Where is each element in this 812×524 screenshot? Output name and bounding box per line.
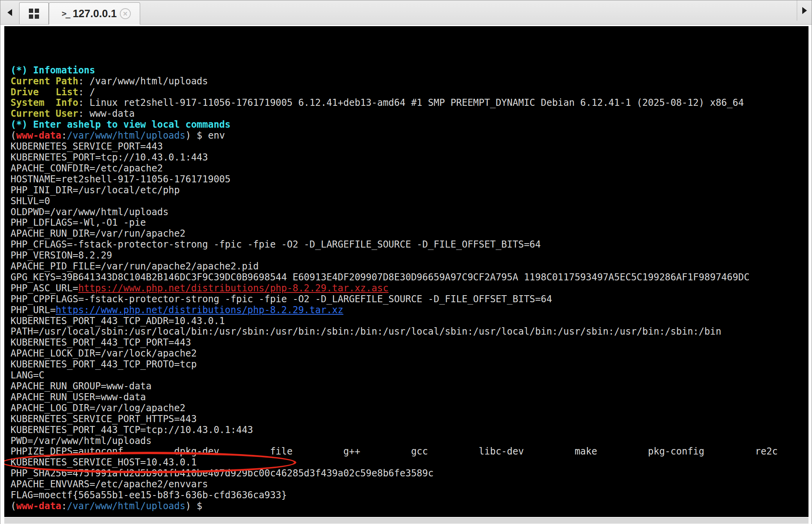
- terminal-text: : www-data: [78, 108, 135, 119]
- chevron-right-icon: [802, 7, 807, 14]
- terminal-text: APACHE_ENVVARS=/etc/apache2/envvars: [11, 479, 208, 490]
- terminal-line: APACHE_LOG_DIR=/var/log/apache2: [11, 403, 808, 414]
- terminal-text: APACHE_CONFDIR=/etc/apache2: [11, 163, 163, 174]
- terminal-line: HOSTNAME=ret2shell-917-11056-1761719005: [11, 174, 808, 185]
- terminal-text: HOSTNAME=ret2shell-917-11056-1761719005: [11, 174, 231, 185]
- terminal-text: KUBERNETES_SERVICE_PORT_HTTPS=443: [11, 413, 197, 424]
- terminal-line: PWD=/var/www/html/uploads: [11, 436, 808, 447]
- terminal-text: PATH=/usr/local/sbin:/usr/local/bin:/usr…: [11, 326, 721, 337]
- terminal-line: KUBERNETES_SERVICE_PORT_HTTPS=443: [11, 414, 808, 425]
- terminal-text: PHPIZE_DEPS=autoconf dpkg-dev file g++ g…: [11, 446, 778, 457]
- terminal-text: KUBERNETES_SERVICE_HOST=10.43.0.1: [11, 457, 197, 468]
- terminal-text: www-data: [16, 501, 61, 512]
- terminal-text: (*) Infomations: [11, 65, 95, 76]
- terminal-text: : /: [78, 87, 95, 98]
- env-url-link[interactable]: https://www.php.net/distributions/php-8.…: [78, 283, 388, 294]
- terminal-line: APACHE_CONFDIR=/etc/apache2: [11, 163, 808, 174]
- terminal-text: Drive List: [11, 87, 78, 98]
- close-icon: ×: [123, 10, 128, 18]
- terminal-text: GPG_KEYS=39B641343D8C104B2B146DC3F9C39DC…: [11, 272, 750, 283]
- terminal-output[interactable]: (*) InfomationsCurrent Path: /var/www/ht…: [4, 26, 808, 517]
- scroll-tabs-left-button[interactable]: [0, 0, 19, 25]
- terminal-text: KUBERNETES_PORT_443_TCP_ADDR=10.43.0.1: [11, 315, 225, 326]
- terminal-text: ) $: [185, 501, 202, 512]
- bottom-scrollbar[interactable]: [4, 518, 808, 524]
- terminal-line: System Info: Linux ret2shell-917-11056-1…: [11, 98, 808, 109]
- terminal-text: APACHE_PID_FILE=/var/run/apache2/apache2…: [11, 261, 259, 272]
- terminal-line: (*) Enter ashelp to view local commands: [11, 119, 808, 130]
- tab-overview-button[interactable]: [19, 2, 49, 24]
- tab-127-0-0-1[interactable]: >_ 127.0.0.1 ×: [49, 2, 140, 25]
- terminal-text: ) $ env: [185, 130, 225, 141]
- terminal-line: APACHE_RUN_USER=www-data: [11, 392, 808, 403]
- terminal-text: (: [11, 130, 16, 141]
- terminal-line: GPG_KEYS=39B641343D8C104B2B146DC3F9C39DC…: [11, 272, 808, 283]
- terminal-line: Current Path: /var/www/html/uploads: [11, 76, 808, 87]
- browser-window: >_ 127.0.0.1 × (*) InfomationsCurrent Pa…: [0, 0, 812, 524]
- terminal-line: PHP_INI_DIR=/usr/local/etc/php: [11, 185, 808, 196]
- terminal-text: : Linux ret2shell-917-11056-1761719005 6…: [78, 97, 744, 108]
- flag-line: FLAG=moectf{565a55b1-ee15-b8f3-636b-cfd3…: [11, 490, 808, 501]
- tab-title: 127.0.0.1: [73, 8, 117, 20]
- terminal-line: KUBERNETES_PORT_443_TCP_PROTO=tcp: [11, 359, 808, 370]
- terminal-line: PHP_URL=https://www.php.net/distribution…: [11, 305, 808, 316]
- terminal-text: PHP_LDFLAGS=-Wl,-O1 -pie: [11, 217, 146, 228]
- terminal-text: APACHE_RUN_GROUP=www-data: [11, 381, 151, 392]
- env-url-link[interactable]: https://www.php.net/distributions/php-8.…: [56, 305, 344, 315]
- terminal-text: Current User: [11, 108, 78, 119]
- terminal-line: KUBERNETES_SERVICE_PORT=443: [11, 141, 808, 152]
- terminal-text: KUBERNETES_PORT_443_TCP_PORT=443: [11, 337, 191, 348]
- terminal-text: APACHE_LOG_DIR=/var/log/apache2: [11, 403, 185, 413]
- terminal-text: LANG=C: [11, 370, 45, 381]
- page-content: (*) InfomationsCurrent Path: /var/www/ht…: [0, 25, 812, 524]
- terminal-text: /var/www/html/uploads: [67, 501, 185, 512]
- terminal-line: APACHE_LOCK_DIR=/var/lock/apache2: [11, 348, 808, 359]
- terminal-line: PHP_CPPFLAGS=-fstack-protector-strong -f…: [11, 294, 808, 305]
- terminal-text: : /var/www/html/uploads: [78, 76, 208, 87]
- terminal-text: (*) Enter ashelp to view local commands: [11, 119, 231, 130]
- terminal-text: APACHE_RUN_DIR=/var/run/apache2: [11, 228, 185, 239]
- terminal-line: (*) Infomations: [11, 65, 808, 76]
- terminal-text: KUBERNETES_PORT=tcp://10.43.0.1:443: [11, 152, 208, 163]
- terminal-text: www-data: [16, 130, 61, 141]
- terminal-text: System Info: [11, 97, 78, 108]
- terminal-line: PHP_VERSION=8.2.29: [11, 250, 808, 261]
- terminal-line: PHPIZE_DEPS=autoconf dpkg-dev file g++ g…: [11, 446, 808, 457]
- terminal-line: PHP_SHA256=475f991afd2d5b901fb410be407d9…: [11, 468, 808, 479]
- terminal-text: APACHE_RUN_USER=www-data: [11, 392, 146, 403]
- terminal-text: (: [11, 501, 16, 512]
- terminal-line: SHLVL=0: [11, 196, 808, 207]
- terminal-text: :: [61, 130, 67, 141]
- terminal-text: PHP_CFLAGS=-fstack-protector-strong -fpi…: [11, 239, 541, 250]
- screen: { "window": { "tab_bar": { "scroll_left_…: [0, 0, 812, 524]
- terminal-text: /var/www/html/uploads: [67, 130, 185, 141]
- terminal-prompt-icon: >_: [62, 9, 69, 18]
- terminal-line: APACHE_RUN_GROUP=www-data: [11, 381, 808, 392]
- terminal-text: PHP_URL=: [11, 305, 56, 315]
- prompt-line-env: (www-data:/var/www/html/uploads) $ env: [11, 130, 808, 141]
- terminal-text: PHP_SHA256=475f991afd2d5b901fb410be407d9…: [11, 468, 434, 479]
- tab-close-button[interactable]: ×: [120, 8, 131, 19]
- terminal-line: APACHE_PID_FILE=/var/run/apache2/apache2…: [11, 261, 808, 272]
- terminal-text: KUBERNETES_PORT_443_TCP_PROTO=tcp: [11, 359, 197, 370]
- terminal-line: LANG=C: [11, 370, 808, 381]
- tab-bar-spacer: [140, 0, 797, 21]
- terminal-line: KUBERNETES_PORT=tcp://10.43.0.1:443: [11, 152, 808, 163]
- scroll-tabs-right-button[interactable]: [797, 0, 812, 21]
- terminal-line: KUBERNETES_PORT_443_TCP=tcp://10.43.0.1:…: [11, 425, 808, 436]
- terminal-line: KUBERNETES_PORT_443_TCP_PORT=443: [11, 337, 808, 348]
- terminal-line: PATH=/usr/local/sbin:/usr/local/bin:/usr…: [11, 326, 808, 337]
- terminal-text: KUBERNETES_PORT_443_TCP=tcp://10.43.0.1:…: [11, 424, 253, 435]
- terminal-text: Current Path: [11, 76, 78, 87]
- terminal-text: PHP_ASC_URL=: [11, 283, 78, 294]
- terminal-text: PWD=/var/www/html/uploads: [11, 435, 151, 446]
- terminal-line: Current User: www-data: [11, 109, 808, 119]
- prompt-line: (www-data:/var/www/html/uploads) $: [11, 501, 808, 512]
- terminal-text: APACHE_LOCK_DIR=/var/lock/apache2: [11, 348, 197, 359]
- grid-icon: [29, 9, 39, 19]
- terminal-line: PHP_LDFLAGS=-Wl,-O1 -pie: [11, 217, 808, 228]
- terminal-line: APACHE_RUN_DIR=/var/run/apache2: [11, 228, 808, 239]
- terminal-line: OLDPWD=/var/www/html/uploads: [11, 207, 808, 218]
- terminal-line: PHP_ASC_URL=https://www.php.net/distribu…: [11, 283, 808, 294]
- terminal-text: SHLVL=0: [11, 196, 50, 207]
